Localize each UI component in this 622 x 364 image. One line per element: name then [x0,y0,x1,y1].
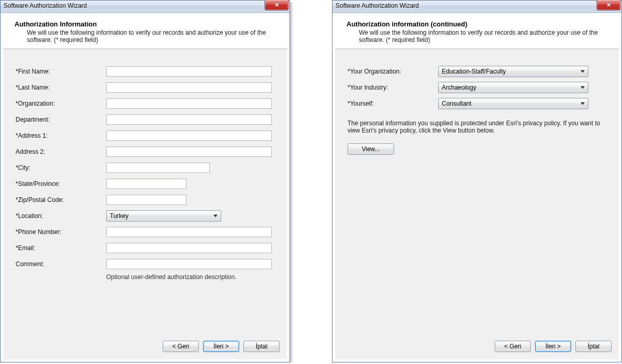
chevron-down-icon [213,215,218,217]
address2-input[interactable] [106,147,272,157]
address2-label: Address 2: [16,148,106,155]
page-subtitle: We will use the following information to… [359,29,607,43]
email-label: *Email: [16,244,106,252]
row-yourself: *Yourself: Consultant [348,97,606,110]
next-button[interactable]: İleri > [535,341,571,352]
titlebar[interactable]: Software Authorization Wizard ✕ [332,1,621,13]
yourself-label: *Yourself: [348,100,438,107]
yourself-select[interactable]: Consultant [438,98,588,109]
location-value: Turkey [110,212,128,220]
cancel-button[interactable]: İptal [243,341,280,352]
row-address1: *Address 1: [16,129,274,142]
phone-label: *Phone Number: [16,228,106,236]
your-industry-value: Archaeology [442,84,476,91]
comment-input[interactable] [106,259,272,269]
your-industry-label: *Your Industry: [348,84,438,91]
close-icon: ✕ [274,2,279,8]
your-organization-label: *Your Organization: [348,68,438,75]
titlebar[interactable]: Software Authorization Wizard ✕ [1,1,290,13]
phone-input[interactable] [106,227,272,237]
nav-row: < Geri İleri > İptal [495,341,612,352]
row-organization: *Organization: [16,97,274,110]
window-shadow [290,2,294,362]
header-pane: Authorization Information We will use th… [3,15,287,49]
row-your-industry: *Your Industry: Archaeology [348,81,606,94]
your-organization-value: Education-Staff/Faculty [442,68,506,75]
row-city: *City: [16,161,274,174]
row-phone: *Phone Number: [16,225,274,239]
your-organization-select[interactable]: Education-Staff/Faculty [438,66,588,77]
first-name-input[interactable] [106,66,272,77]
yourself-value: Consultant [442,100,471,107]
your-industry-select[interactable]: Archaeology [438,82,588,93]
address1-label: *Address 1: [16,132,106,139]
close-button[interactable]: ✕ [265,0,288,10]
client-area: Authorization information (continued) We… [335,14,619,360]
wizard-window-2: Software Authorization Wizard ✕ Authoriz… [332,0,622,362]
page-title: Authorization information (continued) [346,20,611,28]
row-your-organization: *Your Organization: Education-Staff/Facu… [348,65,606,78]
email-input[interactable] [106,243,272,253]
close-button[interactable]: ✕ [597,0,620,10]
window-title: Software Authorization Wizard [4,2,87,9]
close-icon: ✕ [606,2,611,8]
last-name-label: *Last Name: [16,84,106,91]
address1-input[interactable] [106,130,272,141]
page-title: Authorization Information [15,20,279,28]
row-state: *State/Province: [16,177,274,191]
row-email: *Email: [16,241,274,255]
nav-row: < Geri İleri > İptal [163,341,280,352]
city-label: *City: [16,164,106,171]
chevron-down-icon [581,103,585,105]
department-input[interactable] [106,114,272,125]
last-name-input[interactable] [106,82,272,93]
page-subtitle: We will use the following information to… [27,29,276,43]
row-first-name: *First Name: [16,65,274,78]
zip-input[interactable] [106,195,186,205]
row-last-name: *Last Name: [16,81,274,94]
cancel-button[interactable]: İptal [575,341,612,352]
row-comment: Comment: [16,257,274,271]
city-input[interactable] [106,163,210,173]
wizard-window-1: Software Authorization Wizard ✕ Authoriz… [0,0,290,362]
window-title: Software Authorization Wizard [336,2,419,9]
row-department: Department: [16,113,274,126]
client-area: Authorization Information We will use th… [3,14,287,360]
view-button[interactable]: View... [348,143,394,155]
row-address2: Address 2: [16,145,274,158]
organization-label: *Organization: [16,100,106,107]
row-zip: *Zip/Postal Code: [16,193,274,207]
organization-input[interactable] [106,98,272,109]
next-button[interactable]: İleri > [203,341,239,352]
state-input[interactable] [106,179,186,189]
zip-label: *Zip/Postal Code: [16,196,106,203]
chevron-down-icon [581,86,585,89]
state-label: *State/Province: [16,180,106,187]
comment-hint: Optional user-defined authorization desc… [106,273,274,281]
form-pane: *Your Organization: Education-Staff/Facu… [335,49,619,160]
location-select[interactable]: Turkey [106,210,221,222]
row-location: *Location: Turkey [16,209,274,223]
header-pane: Authorization information (continued) We… [335,15,619,49]
department-label: Department: [16,116,106,123]
comment-label: Comment: [16,260,106,268]
back-button[interactable]: < Geri [495,341,531,352]
form-pane: *First Name: *Last Name: *Organization: … [3,49,287,286]
privacy-note: The personal information you supplied is… [348,120,601,134]
back-button[interactable]: < Geri [163,341,199,352]
chevron-down-icon [581,70,585,73]
first-name-label: *First Name: [16,68,106,75]
location-label: *Location: [16,212,106,220]
